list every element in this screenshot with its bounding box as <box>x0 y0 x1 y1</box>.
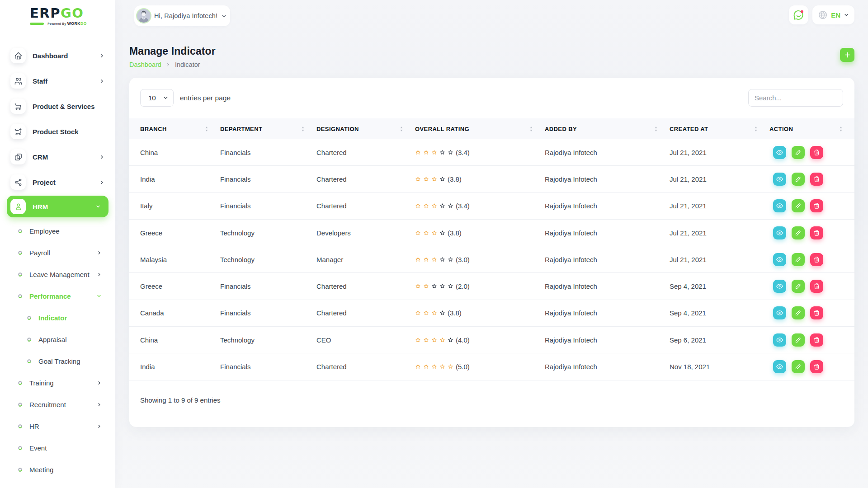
delete-button[interactable] <box>810 173 823 186</box>
sidebar-subitem-performance[interactable]: Performance <box>0 285 115 307</box>
edit-button[interactable] <box>792 253 805 266</box>
star-icon <box>439 230 445 236</box>
cell-branch: China <box>140 336 220 344</box>
sidebar-menu: DashboardStaffProduct & ServicesProduct … <box>0 43 115 480</box>
cell-created-at: Jul 21, 2021 <box>670 256 769 263</box>
messenger-button[interactable] <box>789 5 808 24</box>
star-icon <box>448 364 453 370</box>
star-icon <box>431 257 437 263</box>
cell-overall-rating: (3.8) <box>415 229 545 237</box>
cell-designation: Chartered <box>316 175 415 183</box>
sidebar-item-product-stock[interactable]: Product Stock <box>0 119 115 144</box>
edit-button[interactable] <box>792 173 805 186</box>
edit-button[interactable] <box>792 333 805 347</box>
edit-button[interactable] <box>792 360 805 373</box>
sidebar-item-product-services[interactable]: Product & Services <box>0 94 115 119</box>
delete-button[interactable] <box>810 146 823 159</box>
sidebar-subitem-meeting[interactable]: Meeting <box>0 459 115 480</box>
chevron-right-icon <box>97 424 102 429</box>
edit-button[interactable] <box>792 146 805 159</box>
column-header-label: CREATED AT <box>670 126 708 132</box>
delete-button[interactable] <box>810 199 823 212</box>
chevron-down-icon <box>96 293 102 299</box>
delete-button[interactable] <box>810 360 823 373</box>
delete-button[interactable] <box>810 226 823 239</box>
view-button[interactable] <box>773 173 786 186</box>
rating-value: (5.0) <box>456 363 470 371</box>
table-row: ChinaTechnologyCEO(4.0)Rajodiya Infotech… <box>129 327 854 353</box>
table-row: IndiaFinancialsChartered(5.0)Rajodiya In… <box>129 353 854 380</box>
entries-per-page-label: entries per page <box>180 94 231 102</box>
brand-logo[interactable]: ERPGO Powered By WORKDO <box>30 6 87 26</box>
chevron-right-icon <box>97 402 102 407</box>
edit-button[interactable] <box>792 226 805 239</box>
sidebar-item-project[interactable]: Project <box>0 169 115 195</box>
column-header-department[interactable]: DEPARTMENT <box>220 118 316 139</box>
sidebar-subitem-indicator[interactable]: Indicator <box>0 307 115 328</box>
view-button[interactable] <box>773 146 786 159</box>
cell-action <box>769 280 854 293</box>
pencil-icon <box>795 310 802 316</box>
column-header-created-at[interactable]: CREATED AT <box>670 118 769 139</box>
cell-added-by: Rajodiya Infotech <box>545 336 670 344</box>
table-row: IndiaFinancialsChartered(3.8)Rajodiya In… <box>129 166 854 192</box>
pencil-icon <box>795 149 802 156</box>
sidebar-subitem-payroll[interactable]: Payroll <box>0 242 115 263</box>
sidebar-item-dashboard[interactable]: Dashboard <box>0 43 115 68</box>
language-selector[interactable]: EN <box>812 5 854 24</box>
star-icon <box>423 310 429 316</box>
sidebar-subitem-event[interactable]: Event <box>0 437 115 459</box>
column-header-added-by[interactable]: ADDED BY <box>545 118 670 139</box>
sidebar-item-hrm[interactable]: HRM <box>7 196 108 217</box>
ring-icon <box>27 338 31 342</box>
entries-per-page-select[interactable]: 10 <box>140 89 174 107</box>
user-menu[interactable]: Hi, Rajodiya Infotech! <box>134 5 230 26</box>
sidebar-subitem-employee[interactable]: Employee <box>0 220 115 242</box>
delete-button[interactable] <box>810 253 823 266</box>
sidebar-item-crm[interactable]: CRM <box>0 144 115 169</box>
sidebar-subitem-hr[interactable]: HR <box>0 415 115 437</box>
delete-button[interactable] <box>810 306 823 319</box>
view-button[interactable] <box>773 333 786 347</box>
sidebar-subitem-goal-tracking[interactable]: Goal Tracking <box>0 350 115 372</box>
view-button[interactable] <box>773 306 786 319</box>
edit-button[interactable] <box>792 280 805 293</box>
star-icon <box>431 203 437 209</box>
edit-button[interactable] <box>792 199 805 212</box>
star-icon <box>448 257 453 263</box>
column-header-designation[interactable]: DESIGNATION <box>316 118 415 139</box>
view-button[interactable] <box>773 280 786 293</box>
view-button[interactable] <box>773 253 786 266</box>
view-button[interactable] <box>773 226 786 239</box>
delete-button[interactable] <box>810 333 823 347</box>
sidebar-subitem-appraisal[interactable]: Appraisal <box>0 328 115 350</box>
sidebar-subitem-training[interactable]: Training <box>0 372 115 394</box>
edit-button[interactable] <box>792 306 805 319</box>
column-header-overall-rating[interactable]: OVERALL RATING <box>415 118 545 139</box>
sort-icon <box>839 126 843 132</box>
sidebar-subitem-recruitment[interactable]: Recruitment <box>0 394 115 415</box>
cell-added-by: Rajodiya Infotech <box>545 175 670 183</box>
star-icon <box>431 176 437 182</box>
sidebar-subitem-leave-management[interactable]: Leave Management <box>0 263 115 285</box>
plus-icon <box>844 51 851 59</box>
search-input[interactable] <box>748 89 843 107</box>
view-button[interactable] <box>773 360 786 373</box>
column-header-action[interactable]: ACTION <box>769 118 854 139</box>
delete-button[interactable] <box>810 280 823 293</box>
pencil-icon <box>795 230 802 236</box>
trash-icon <box>813 230 820 236</box>
cell-department: Financials <box>220 363 316 371</box>
column-header-branch[interactable]: BRANCH <box>140 118 220 139</box>
cell-overall-rating: (3.8) <box>415 309 545 317</box>
chevron-right-icon <box>99 180 104 185</box>
breadcrumb-dashboard-link[interactable]: Dashboard <box>129 61 161 68</box>
ring-icon <box>18 403 22 407</box>
star-icon <box>431 364 437 370</box>
sidebar-item-staff[interactable]: Staff <box>0 68 115 94</box>
add-indicator-button[interactable] <box>840 48 854 62</box>
cell-added-by: Rajodiya Infotech <box>545 282 670 290</box>
cell-branch: Italy <box>140 202 220 210</box>
view-button[interactable] <box>773 199 786 212</box>
star-icon <box>448 150 453 155</box>
